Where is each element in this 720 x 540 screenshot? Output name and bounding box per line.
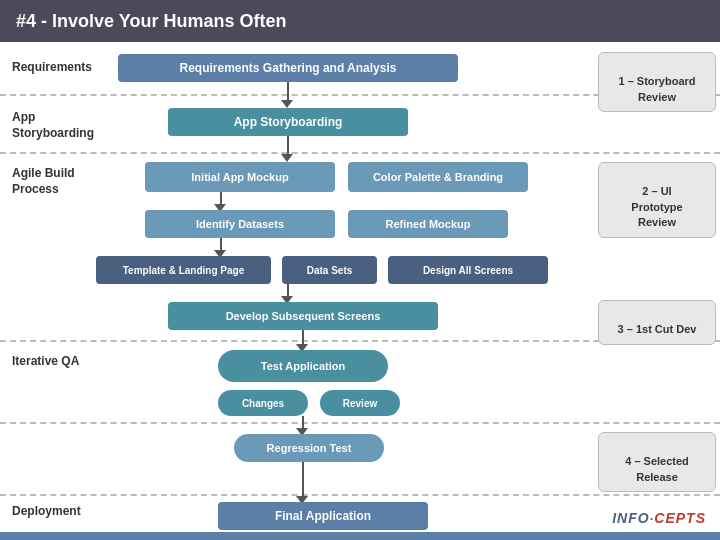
logo-cepts: CEPTS [654, 510, 706, 526]
vline-1 [287, 82, 289, 102]
label-app-storyboarding: App Storyboarding [4, 106, 102, 145]
vline-2 [287, 136, 289, 156]
logo: INFO·CEPTS [612, 510, 706, 526]
node-changes: Changes [218, 390, 308, 416]
vline-8 [302, 462, 304, 498]
callout-2: 2 – UI Prototype Review [598, 162, 716, 238]
page-header: #4 - Involve Your Humans Often [0, 0, 720, 42]
bottom-bar [0, 532, 720, 540]
callout-3: 3 – 1st Cut Dev [598, 300, 716, 345]
node-template-landing: Template & Landing Page [96, 256, 271, 284]
node-initial-mockup: Initial App Mockup [145, 162, 335, 192]
node-review: Review [320, 390, 400, 416]
node-app-storyboarding: App Storyboarding [168, 108, 408, 136]
page-title: #4 - Involve Your Humans Often [16, 11, 286, 32]
label-iterative-qa: Iterative QA [4, 350, 87, 372]
node-regression-test: Regression Test [234, 434, 384, 462]
arrow-2 [281, 154, 293, 162]
label-deployment: Deployment [4, 500, 89, 522]
node-data-sets: Data Sets [282, 256, 377, 284]
node-final-application: Final Application [218, 502, 428, 530]
callout-4: 4 – Selected Release [598, 432, 716, 492]
main-content: Requirements App Storyboarding Agile Bui… [0, 42, 720, 540]
divider-5 [0, 494, 720, 496]
node-identify-datasets: Identify Datasets [145, 210, 335, 238]
logo-info: INFO [612, 510, 649, 526]
callout-1: 1 – Storyboard Review [598, 52, 716, 112]
divider-2 [0, 152, 720, 154]
node-color-palette: Color Palette & Branding [348, 162, 528, 192]
node-refined-mockup: Refined Mockup [348, 210, 508, 238]
node-design-all: Design All Screens [388, 256, 548, 284]
label-agile-build: Agile Build Process [4, 162, 83, 201]
arrow-1 [281, 100, 293, 108]
divider-4 [0, 422, 720, 424]
node-test-application: Test Application [218, 350, 388, 382]
label-requirements: Requirements [4, 56, 100, 78]
node-develop-subsequent: Develop Subsequent Screens [168, 302, 438, 330]
node-req-gathering: Requirements Gathering and Analysis [118, 54, 458, 82]
